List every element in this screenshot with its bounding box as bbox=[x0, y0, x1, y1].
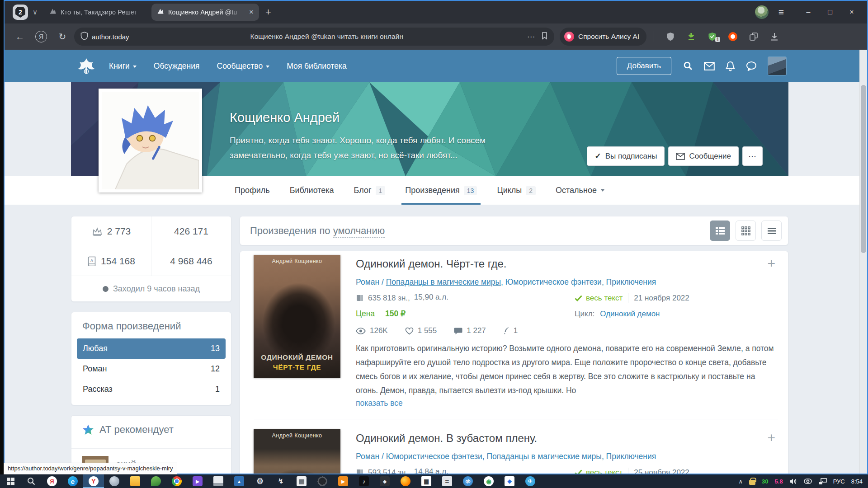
taskbar-app-chart-app[interactable]: ▆ bbox=[416, 474, 437, 488]
genre-link[interactable]: Роман bbox=[356, 277, 379, 286]
subscribed-button[interactable]: ✓ Вы подписаны bbox=[587, 146, 665, 166]
form-filter-any[interactable]: Любая13 bbox=[77, 338, 226, 359]
chat-bubble-icon[interactable] bbox=[746, 61, 757, 71]
taskbar-app-maps[interactable]: ◉ bbox=[478, 474, 499, 488]
browser-tab-active[interactable]: Кощиенко Андрей @tu × bbox=[151, 4, 259, 21]
taskbar-app-calculator[interactable]: = bbox=[437, 474, 458, 488]
page-scrollbar[interactable] bbox=[859, 50, 867, 474]
profile-avatar[interactable] bbox=[99, 89, 202, 192]
tabs-list-chevron-icon[interactable]: ∨ bbox=[28, 8, 44, 16]
window-minimize-button[interactable]: – bbox=[797, 8, 819, 16]
comments-count[interactable]: 1 227 bbox=[454, 326, 486, 335]
taskbar-app-firefox[interactable] bbox=[395, 474, 416, 488]
browser-menu-icon[interactable]: ≡ bbox=[778, 7, 784, 18]
genre-link[interactable]: Юмористическое фэнтези bbox=[505, 277, 602, 286]
tray-clock[interactable]: 8:54 bbox=[848, 478, 868, 485]
tray-language[interactable]: РУС bbox=[830, 478, 848, 485]
genre-link[interactable]: Роман bbox=[356, 452, 379, 461]
bookmark-flag-icon[interactable] bbox=[541, 32, 548, 42]
extension-shield-icon[interactable] bbox=[661, 32, 679, 41]
back-button[interactable]: ← bbox=[11, 32, 29, 42]
cycle-link[interactable]: Одинокий демон bbox=[600, 310, 660, 319]
window-maximize-button[interactable]: □ bbox=[819, 8, 841, 16]
show-all-link[interactable]: показать все bbox=[356, 399, 403, 408]
book-cover[interactable]: Андрей Кощиенко bbox=[254, 429, 340, 474]
taskbar-app-edge[interactable]: e bbox=[62, 474, 83, 488]
view-compact-button[interactable] bbox=[761, 221, 782, 241]
url-actions-icon[interactable]: ⋯ bbox=[524, 32, 538, 42]
taskbar-app-file-explorer[interactable] bbox=[125, 474, 146, 488]
genre-link[interactable]: Приключения bbox=[606, 277, 656, 286]
tab-blog[interactable]: Блог1 bbox=[353, 176, 387, 205]
genre-link[interactable]: Попаданцы в магические миры bbox=[386, 277, 501, 286]
book-title[interactable]: Одинокий демон. Чёрт-те где. bbox=[356, 258, 778, 270]
ask-alice-button[interactable]: Спросить Алису AI bbox=[560, 28, 646, 46]
taskbar-app-telegram[interactable]: ✈ bbox=[520, 474, 541, 488]
author-today-logo-icon[interactable] bbox=[76, 56, 96, 75]
tray-volume-icon[interactable] bbox=[786, 478, 801, 485]
window-close-button[interactable]: × bbox=[841, 8, 863, 16]
taskbar-app-orange-player[interactable]: ▶ bbox=[333, 474, 354, 488]
genre-link[interactable]: Попаданцы в магические миры bbox=[486, 452, 601, 461]
downloads-icon[interactable] bbox=[765, 32, 783, 41]
add-to-library-button[interactable]: + bbox=[767, 431, 775, 445]
taskbar-app-chrome[interactable] bbox=[166, 474, 187, 488]
tab-close-icon[interactable]: × bbox=[247, 8, 254, 17]
site-security-shield-icon[interactable] bbox=[80, 32, 88, 42]
view-grid-button[interactable] bbox=[736, 221, 756, 241]
nav-books[interactable]: Книги bbox=[109, 61, 137, 71]
nav-my-library[interactable]: Моя библиотека bbox=[287, 61, 347, 71]
taskbar-app-blue-app[interactable]: ◆ bbox=[499, 474, 520, 488]
yandex-home-button[interactable]: Я bbox=[35, 31, 47, 42]
works-sort-label[interactable]: Произведения по умолчанию bbox=[250, 225, 710, 237]
messages-envelope-icon[interactable] bbox=[704, 62, 715, 70]
book-cover[interactable]: Андрей Кощиенко ОДИНОКИЙ ДЕМОН ЧЁРТ-ТЕ Г… bbox=[254, 255, 340, 378]
genre-link[interactable]: Приключения bbox=[606, 452, 656, 461]
browser-tab-inactive[interactable]: Кто ты, Такидзиро Решет bbox=[44, 4, 151, 21]
taskbar-app-settings-gear[interactable]: ⚙ bbox=[250, 474, 270, 488]
likes-count[interactable]: 1 555 bbox=[405, 326, 437, 335]
view-list-button[interactable] bbox=[710, 221, 730, 241]
extension-tabs-icon[interactable] bbox=[745, 32, 763, 41]
tab-works[interactable]: Произведения13 bbox=[404, 176, 478, 205]
taskbar-app-yandex-search[interactable]: Я bbox=[42, 474, 62, 488]
taskbar-app-yandex-browser[interactable]: Y bbox=[83, 474, 104, 488]
message-button[interactable]: Сообщение bbox=[668, 146, 739, 166]
extension-circle-icon[interactable] bbox=[724, 32, 742, 41]
notifications-bell-icon[interactable] bbox=[726, 61, 735, 71]
url-field[interactable]: author.today Кощиенко Андрей @tukan чита… bbox=[74, 28, 554, 46]
book-title[interactable]: Одинокий демон. В зубастом плену. bbox=[356, 432, 778, 445]
taskbar-app-tiktok[interactable]: ♪ bbox=[354, 474, 374, 488]
tab-profile[interactable]: Профиль bbox=[234, 176, 271, 205]
reload-button[interactable]: ↻ bbox=[53, 31, 71, 42]
more-actions-button[interactable]: ⋯ bbox=[742, 146, 763, 166]
user-avatar[interactable] bbox=[768, 56, 787, 75]
taskbar-app-system-monitor[interactable] bbox=[208, 474, 229, 488]
extension-savefrom-icon[interactable] bbox=[682, 32, 700, 41]
add-to-library-button[interactable]: + bbox=[767, 257, 775, 270]
taskbar-app-on-screen-keyboard[interactable]: ▦ bbox=[291, 474, 312, 488]
taskbar-app-qbittorrent[interactable]: qb bbox=[458, 474, 478, 488]
taskbar-app-horn-app[interactable]: ◆ bbox=[374, 474, 395, 488]
tray-network-icon[interactable] bbox=[815, 478, 830, 485]
tray-expand-icon[interactable]: ∧ bbox=[736, 478, 746, 485]
genre-link[interactable]: Юмористическое фэнтези bbox=[386, 452, 482, 461]
scrollbar-thumb[interactable] bbox=[861, 85, 866, 253]
tab-cycles[interactable]: Циклы2 bbox=[496, 176, 537, 205]
form-filter-story[interactable]: Рассказ1 bbox=[77, 379, 226, 399]
browser-profile-avatar[interactable] bbox=[755, 5, 769, 19]
nav-discussions[interactable]: Обсуждения bbox=[154, 61, 200, 71]
new-tab-button[interactable]: + bbox=[259, 6, 278, 18]
tray-net-value[interactable]: 5.8 bbox=[772, 478, 786, 485]
tab-counter-button[interactable]: 2 bbox=[13, 5, 28, 20]
nav-community[interactable]: Сообщество bbox=[217, 61, 270, 71]
taskbar-app-photo-viewer[interactable]: ▲ bbox=[229, 474, 250, 488]
taskbar-app-moon-app[interactable] bbox=[104, 474, 125, 488]
extension-adguard-icon[interactable]: 1 bbox=[703, 32, 721, 41]
tab-other[interactable]: Остальное bbox=[555, 176, 605, 205]
taskbar-app-round-player[interactable] bbox=[312, 474, 333, 488]
tray-camera-icon[interactable] bbox=[801, 478, 815, 484]
tray-cpu-value[interactable]: 30 bbox=[759, 478, 771, 485]
search-icon[interactable] bbox=[683, 61, 693, 71]
add-work-button[interactable]: Добавить bbox=[617, 57, 671, 75]
